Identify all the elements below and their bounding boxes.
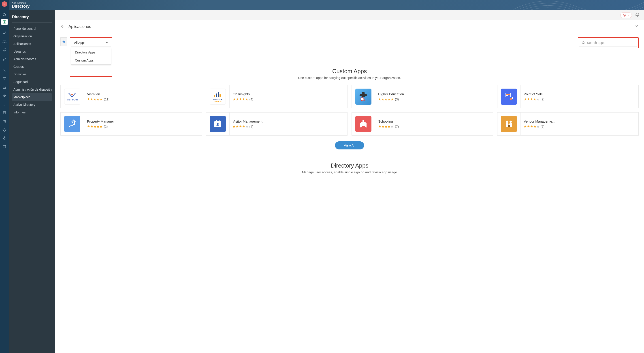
app-icon xyxy=(501,88,517,105)
sidebar-item-label: Informes xyxy=(14,110,26,114)
sidebar-item-device-management[interactable]: Administración de dispositivos xyxy=(12,86,52,93)
notifications-button[interactable] xyxy=(635,12,640,18)
app-card[interactable]: %Property Manager★★★★★(2) xyxy=(60,112,202,136)
sidebar-item-marketplace[interactable]: Marketplace xyxy=(12,93,52,101)
sign-in-pill[interactable] xyxy=(620,12,632,18)
app-icon xyxy=(210,116,226,132)
section-title: Directory Apps xyxy=(60,162,639,169)
sidebar-item-label: Marketplace xyxy=(14,95,30,99)
page-title: Aplicaciones xyxy=(68,24,91,29)
app-header: App Settings Directory xyxy=(9,0,644,10)
svg-point-10 xyxy=(5,122,6,122)
chat-icon[interactable] xyxy=(1,101,8,108)
header-title: Directory xyxy=(12,4,30,9)
app-icon-container xyxy=(206,112,230,135)
sidebar-item-label: Seguridad xyxy=(14,80,28,84)
filter-select[interactable]: All Apps ▼ xyxy=(71,39,111,47)
tag-icon[interactable] xyxy=(1,126,8,133)
filter-selected-label: All Apps xyxy=(74,41,86,44)
sidebar: Directory Panel de control Organización … xyxy=(9,10,55,353)
svg-rect-27 xyxy=(218,120,220,122)
filter-icon[interactable] xyxy=(1,76,8,82)
sidebar-item-groups[interactable]: Grupos xyxy=(12,63,52,70)
route-icon[interactable] xyxy=(1,56,8,62)
app-card[interactable]: VISIT PLANVisitPlan★★★★★(11) xyxy=(60,85,202,108)
app-card[interactable]: Vendor Manageme…★★★★★(5) xyxy=(497,112,639,136)
analytics-icon[interactable] xyxy=(1,30,8,36)
inbox-icon[interactable] xyxy=(1,39,8,45)
filter-option-directory-apps[interactable]: Directory Apps xyxy=(72,48,111,56)
app-card[interactable]: EDUCATIONINSIGHTSED Insights★★★★★(4) xyxy=(206,85,348,108)
content-topbar xyxy=(55,10,644,20)
settings-icon[interactable] xyxy=(1,118,8,124)
app-icon: % xyxy=(64,116,80,132)
svg-rect-5 xyxy=(3,86,6,88)
app-icon-container xyxy=(352,85,375,108)
rating-row: ★★★★★(5) xyxy=(524,124,636,129)
svg-rect-29 xyxy=(362,120,364,122)
sidebar-item-label: Organización xyxy=(14,34,32,38)
rating-stars: ★★★★★ xyxy=(233,124,248,129)
app-info: VisitPlan★★★★★(11) xyxy=(84,85,202,108)
sidebar-item-reports[interactable]: Informes xyxy=(12,108,52,116)
sidebar-item-label: Aplicaciones xyxy=(14,42,31,46)
app-icon-container: VISIT PLAN xyxy=(61,85,84,108)
search-icon[interactable] xyxy=(1,12,8,18)
search-input[interactable] xyxy=(587,41,635,44)
icon-rail xyxy=(0,0,9,353)
app-info: Visitor Management★★★★★(4) xyxy=(230,112,348,135)
sidebar-item-administrators[interactable]: Administradores xyxy=(12,55,52,63)
app-icon-container: % xyxy=(61,112,84,135)
rating-count: (7) xyxy=(395,125,399,128)
close-page-button[interactable] xyxy=(634,24,639,29)
svg-rect-23 xyxy=(506,95,508,96)
app-icon: EDUCATIONINSIGHTS xyxy=(210,88,226,105)
rating-stars: ★★★★★ xyxy=(524,124,539,129)
rating-count: (2) xyxy=(104,125,108,128)
book-icon[interactable] xyxy=(1,144,8,150)
filter-option-label: Directory Apps xyxy=(75,50,95,54)
svg-rect-31 xyxy=(506,123,508,127)
sidebar-item-organization[interactable]: Organización xyxy=(12,32,52,40)
sidebar-item-users[interactable]: Usuarios xyxy=(12,48,52,55)
filter-dropdown: Directory Apps Custom Apps xyxy=(71,48,111,65)
filter-option-custom-apps[interactable]: Custom Apps xyxy=(72,56,111,64)
content-area: Aplicaciones All Apps ▼ Directory Apps xyxy=(55,10,644,353)
breadcrumb-home[interactable] xyxy=(60,37,67,46)
svg-point-11 xyxy=(4,129,5,129)
view-all-button[interactable]: View All xyxy=(335,142,364,150)
app-grid: VISIT PLANVisitPlan★★★★★(11)EDUCATIONINS… xyxy=(60,85,639,136)
rating-count: (4) xyxy=(250,125,253,128)
link-icon[interactable] xyxy=(1,47,8,54)
directory-app-icon[interactable] xyxy=(1,19,8,25)
app-card[interactable]: Higher Education …★★★★★(3) xyxy=(352,85,493,108)
sidebar-item-domains[interactable]: Dominios xyxy=(12,70,52,78)
svg-rect-22 xyxy=(506,94,510,95)
app-card[interactable]: Schooling★★★★★(7) xyxy=(352,112,493,136)
bolt-icon[interactable] xyxy=(1,135,8,142)
megaphone-icon[interactable] xyxy=(1,92,8,99)
app-info: Vendor Manageme…★★★★★(5) xyxy=(521,112,639,135)
app-card[interactable]: Visitor Management★★★★★(4) xyxy=(206,112,348,136)
app-card[interactable]: Point of Sale★★★★★(9) xyxy=(497,85,639,108)
user-icon[interactable] xyxy=(1,67,8,73)
page-header: Aplicaciones xyxy=(55,20,644,33)
section-subtitle: Manage user access, enable single sign o… xyxy=(60,170,639,174)
sidebar-item-applications[interactable]: Aplicaciones xyxy=(12,40,52,48)
close-app-button[interactable] xyxy=(2,1,7,7)
sidebar-item-active-directory[interactable]: Active Directory xyxy=(12,101,52,108)
sidebar-item-dashboard[interactable]: Panel de control xyxy=(12,25,52,32)
rating-row: ★★★★★(2) xyxy=(87,124,199,129)
archive-icon[interactable] xyxy=(1,110,8,116)
rating-row: ★★★★★(7) xyxy=(378,124,490,129)
sidebar-item-security[interactable]: Seguridad xyxy=(12,78,52,86)
rating-row: ★★★★★(4) xyxy=(233,97,344,101)
svg-point-0 xyxy=(3,14,6,16)
search-highlight xyxy=(578,37,639,48)
rating-count: (11) xyxy=(104,98,110,101)
back-button[interactable] xyxy=(60,24,65,30)
app-icon xyxy=(355,88,372,105)
filter-option-label: Custom Apps xyxy=(75,58,94,62)
sidebar-item-label: Active Directory xyxy=(14,103,35,106)
id-card-icon[interactable] xyxy=(1,84,8,90)
